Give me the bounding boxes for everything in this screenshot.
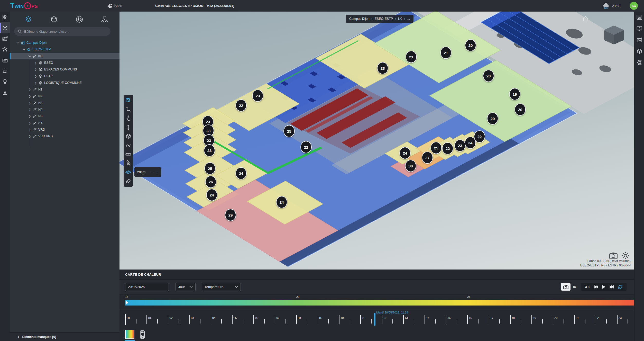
breadcrumb-item[interactable]: Campus Dijon	[349, 17, 370, 21]
temperature-badge[interactable]: 20	[514, 103, 526, 116]
temperature-badge[interactable]: 22	[300, 141, 312, 153]
chevron-right-icon[interactable]: ❯	[29, 102, 31, 104]
sidebar-item-viewer-3d[interactable]	[0, 22, 10, 33]
viewport-3d[interactable]: Campus Dijon›ESEO-ESTP›N0›... 2021212320…	[119, 12, 634, 270]
right-tool-model-panel[interactable]	[634, 46, 644, 57]
tree-tab-energy[interactable]	[74, 14, 85, 25]
gradient-left-handle[interactable]	[126, 301, 128, 305]
model-tool[interactable]	[124, 132, 133, 141]
breadcrumb[interactable]: Campus Dijon›ESEO-ESTP›N0›...	[346, 15, 413, 23]
temperature-badge[interactable]: 30	[405, 160, 416, 172]
temperature-badge[interactable]: 23	[454, 139, 466, 152]
tree-node-n4[interactable]: ❯N4	[10, 106, 119, 113]
temperature-badge[interactable]: 29	[225, 209, 236, 221]
temperature-badge[interactable]: 22	[442, 142, 453, 155]
sites-button[interactable]: Sites	[108, 0, 122, 12]
temperature-gradient-bar[interactable]	[125, 300, 638, 306]
walk-tool[interactable]	[124, 159, 133, 168]
chevron-down-icon[interactable]: ❯	[29, 55, 31, 57]
chevron-right-icon[interactable]: ❯	[29, 88, 31, 91]
twinops-logo[interactable]: Twin t ps	[10, 2, 38, 10]
chevron-right-icon[interactable]: ❯	[29, 122, 31, 124]
slice-tool[interactable]	[124, 168, 133, 177]
playback-speed[interactable]: X 1	[585, 285, 590, 289]
chevron-down-icon[interactable]: ❯	[17, 41, 20, 44]
temperature-badge[interactable]: 24	[399, 147, 411, 159]
refresh-icon[interactable]	[618, 284, 623, 289]
breadcrumb-item[interactable]: ESEO-ESTP	[375, 17, 393, 21]
temperature-badge[interactable]: 21	[440, 47, 452, 59]
sidebar-item-dashboard[interactable]	[0, 12, 10, 22]
play-icon[interactable]	[602, 285, 606, 289]
measure-tool[interactable]	[124, 150, 133, 159]
right-tool-display-options[interactable]	[634, 23, 644, 34]
temperature-badge[interactable]: 24	[235, 167, 247, 180]
home-view-icon[interactable]	[582, 16, 589, 22]
tree-node-vrd-vrd[interactable]: ❯VRD VRD	[10, 133, 119, 140]
chevron-right-icon[interactable]: ❯	[34, 82, 37, 84]
chevron-right-icon[interactable]: ❯	[29, 95, 31, 98]
temperature-badge[interactable]: 20	[487, 112, 498, 125]
sidebar-item-ideas[interactable]	[0, 76, 10, 87]
chevron-right-icon[interactable]: ❯	[34, 68, 37, 71]
hidden-elements-toggle[interactable]: ❯ Eléments masqués [0]	[10, 332, 119, 341]
temperature-badge[interactable]: 24	[276, 196, 287, 208]
temperature-badge[interactable]: 24	[206, 189, 217, 201]
temperature-badge[interactable]: 25	[283, 125, 295, 137]
timeline[interactable]: 0001020304050607080910111213141516171819…	[119, 314, 644, 329]
section-plane-tool[interactable]	[124, 141, 133, 150]
tree-node-vrd[interactable]: ❯VRD	[10, 126, 119, 133]
tree-node-s1[interactable]: ❯S1	[10, 120, 119, 126]
sidebar-item-documents[interactable]	[0, 55, 10, 66]
chevron-right-icon[interactable]: ❯	[29, 108, 31, 111]
period-select[interactable]: Jour	[176, 283, 196, 291]
tree-node-n5[interactable]: ❯N5	[10, 113, 119, 120]
elevation-tool[interactable]	[124, 123, 133, 132]
temperature-badge[interactable]: 26	[205, 176, 216, 188]
chevron-right-icon[interactable]: ❯	[29, 115, 31, 118]
axes-tool[interactable]: Yx	[124, 105, 133, 114]
temperature-badge[interactable]: 23	[377, 62, 388, 74]
link-tool[interactable]	[124, 177, 133, 186]
sidebar-item-worksite[interactable]	[0, 87, 10, 98]
sidebar-item-alarms[interactable]	[0, 66, 10, 76]
tree-node-logistique-commune[interactable]: ❯LOGISTIQUE COMMUNE	[10, 79, 119, 86]
temperature-badge[interactable]: 22	[235, 99, 247, 112]
tree-node-campus-dijon[interactable]: ❯Campus Dijon	[10, 39, 119, 46]
sensor-device-tab[interactable]	[140, 330, 145, 339]
capture-mode-button[interactable]	[561, 283, 571, 291]
tree-node-eseo-estp[interactable]: ❯ESEO-ESTP	[10, 46, 119, 53]
screenshot-camera-icon[interactable]	[609, 252, 618, 259]
breadcrumb-item[interactable]: ...	[407, 17, 410, 21]
right-tool-charts-panel[interactable]	[634, 34, 644, 46]
search-input[interactable]: Bâtiment, étage, zone, pièce...	[14, 27, 111, 36]
right-tool-properties-panel[interactable]	[634, 12, 644, 23]
temperature-badge[interactable]: 27	[422, 151, 433, 164]
tree-tab-model[interactable]	[48, 14, 60, 25]
tree-node-n2[interactable]: ❯N2	[10, 93, 119, 100]
chevron-right-icon[interactable]: ❯	[29, 135, 31, 138]
temperature-badge[interactable]: 20	[465, 39, 476, 51]
sidebar-item-network[interactable]	[0, 44, 10, 55]
slice-increase-button[interactable]: +	[155, 170, 159, 174]
temperature-badge[interactable]: 25	[430, 142, 442, 154]
tree-node-n1[interactable]: ❯N1	[10, 86, 119, 93]
temperature-badge[interactable]: 23	[204, 144, 215, 157]
viewport-settings-gear-icon[interactable]	[621, 252, 630, 260]
date-input[interactable]: 20/05/2025	[125, 283, 169, 291]
chevron-right-icon[interactable]: ❯	[34, 61, 37, 64]
tree-tab-hierarchy[interactable]	[99, 14, 110, 25]
orbit-tool[interactable]	[124, 96, 133, 105]
select-tool[interactable]	[124, 114, 133, 123]
tree-tab-layers[interactable]	[23, 14, 34, 25]
tree-node-n0[interactable]: ❯N0	[10, 53, 119, 59]
chevron-right-icon[interactable]: ❯	[34, 75, 37, 78]
chevron-right-icon[interactable]: ❯	[29, 128, 31, 131]
temperature-badge[interactable]: 25	[204, 162, 216, 175]
breadcrumb-item[interactable]: N0	[398, 17, 402, 21]
tree-node-estp[interactable]: ❯ESTP	[10, 73, 119, 79]
temperature-badge[interactable]: 20	[483, 70, 494, 82]
temperature-badge[interactable]: 23	[252, 89, 263, 102]
gradient-layer-tab[interactable]	[125, 330, 134, 339]
chevron-down-icon[interactable]: ❯	[23, 48, 25, 51]
